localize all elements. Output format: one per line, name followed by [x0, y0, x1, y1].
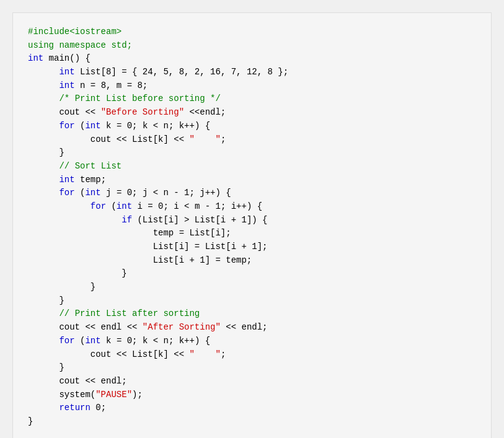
code-token	[28, 215, 122, 225]
code-token	[28, 81, 59, 90]
code-token	[28, 309, 59, 318]
code-token: for	[59, 188, 74, 198]
code-token	[28, 161, 59, 171]
code-token: (	[75, 121, 86, 131]
code-line: cout << endl << "After Sorting" << endl;	[28, 321, 476, 335]
code-token: "PAUSE"	[95, 390, 132, 400]
code-token	[28, 121, 59, 131]
code-line: temp = List[i];	[28, 227, 476, 240]
code-token: cout << List[k] <<	[28, 134, 189, 144]
code-token: (	[75, 188, 86, 198]
code-token	[28, 175, 59, 185]
code-line: int temp;	[28, 173, 476, 187]
code-token: " "	[189, 134, 220, 144]
code-token: // Sort List	[59, 161, 122, 171]
code-line: for (int k = 0; k < n; k++) {	[28, 120, 476, 133]
code-token: int	[117, 201, 132, 211]
code-line: }	[28, 267, 476, 281]
code-token: temp;	[75, 175, 106, 185]
code-token: }	[28, 268, 127, 278]
code-line: List[i] = List[i + 1];	[28, 240, 476, 254]
code-line: // Sort List	[28, 160, 476, 173]
code-token	[28, 94, 59, 103]
code-token	[28, 201, 91, 211]
code-line: cout << List[k] << " ";	[28, 348, 476, 362]
code-token: int	[85, 188, 100, 198]
code-token: if	[122, 215, 132, 225]
code-token: j = 0; j < n - 1; j++) {	[101, 188, 231, 198]
code-token: );	[132, 390, 143, 400]
code-line: for (int k = 0; k < n; k++) {	[28, 335, 476, 348]
code-token: 0;	[91, 403, 106, 413]
code-line: List[i + 1] = temp;	[28, 254, 476, 268]
code-line: if (List[i] > List[i + 1]) {	[28, 214, 476, 227]
code-line: }	[28, 415, 476, 429]
code-token: "Before Sorting"	[101, 107, 184, 117]
code-token: int	[59, 81, 74, 90]
code-token: int	[85, 336, 100, 346]
code-token: system(	[28, 390, 95, 400]
code-token: k = 0; k < n; k++) {	[101, 121, 210, 131]
code-token: using namespace std;	[28, 40, 132, 50]
code-token: <<endl;	[184, 107, 226, 117]
code-token: int	[59, 67, 74, 77]
code-line: cout << "Before Sorting" <<endl;	[28, 106, 476, 120]
code-line: int List[8] = { 24, 5, 8, 2, 16, 7, 12, …	[28, 66, 476, 79]
code-editor: #include<iostream>using namespace std;in…	[12, 12, 492, 438]
code-token: List[i + 1] = temp;	[28, 255, 252, 265]
code-line: }	[28, 146, 476, 160]
code-token: n = 8, m = 8;	[75, 81, 148, 90]
code-line: int n = 8, m = 8;	[28, 79, 476, 93]
code-line: for (int i = 0; i < m - 1; i++) {	[28, 200, 476, 214]
code-token: }	[28, 147, 64, 157]
code-token: int	[59, 175, 74, 185]
code-token: temp = List[i];	[28, 228, 231, 238]
code-line: system("PAUSE");	[28, 388, 476, 402]
code-token: List[i] = List[i + 1];	[28, 242, 267, 252]
code-line: /* Print List before sorting */	[28, 92, 476, 106]
code-token: int	[28, 53, 43, 63]
code-token	[28, 336, 59, 346]
code-token: for	[91, 201, 106, 211]
code-token: k = 0; k < n; k++) {	[101, 336, 210, 346]
code-token: ;	[221, 134, 226, 144]
code-token: for	[59, 121, 74, 131]
code-line: }	[28, 294, 476, 308]
code-token: main() {	[43, 53, 91, 63]
code-token: cout << endl <<	[28, 322, 143, 332]
code-line: cout << List[k] << " ";	[28, 133, 476, 147]
code-line: }	[28, 361, 476, 375]
code-token: (	[106, 201, 117, 211]
code-line: #include<iostream>	[28, 25, 476, 39]
code-token: int	[85, 121, 100, 131]
code-line: using namespace std;	[28, 39, 476, 53]
code-token: cout << endl;	[28, 376, 127, 386]
code-token	[28, 403, 59, 413]
code-token: List[8] = { 24, 5, 8, 2, 16, 7, 12, 8 };	[75, 67, 288, 77]
code-token	[28, 67, 59, 77]
code-token: << endl;	[221, 322, 268, 332]
code-token: ;	[221, 349, 226, 359]
code-token: cout <<	[28, 107, 101, 117]
code-token: (List[i] > List[i + 1]) {	[132, 215, 267, 225]
code-line: // Print List after sorting	[28, 307, 476, 321]
code-token: }	[28, 362, 64, 372]
code-token: #include<iostream>	[28, 27, 122, 37]
code-token: }	[28, 416, 33, 426]
code-token: return	[59, 403, 90, 413]
code-line: for (int j = 0; j < n - 1; j++) {	[28, 186, 476, 200]
code-token: " "	[189, 349, 220, 359]
code-token: // Print List after sorting	[59, 309, 200, 318]
code-token: /* Print List before sorting */	[59, 94, 220, 103]
code-token: cout << List[k] <<	[28, 349, 189, 359]
code-token: i = 0; i < m - 1; i++) {	[132, 201, 262, 211]
code-content: #include<iostream>using namespace std;in…	[28, 25, 476, 429]
code-line: }	[28, 281, 476, 294]
code-token	[28, 188, 59, 198]
code-line: cout << endl;	[28, 375, 476, 388]
code-token: (	[75, 336, 86, 346]
code-token: "After Sorting"	[143, 322, 221, 332]
code-token: }	[28, 282, 95, 292]
code-token: }	[28, 296, 64, 305]
code-line: return 0;	[28, 401, 476, 415]
